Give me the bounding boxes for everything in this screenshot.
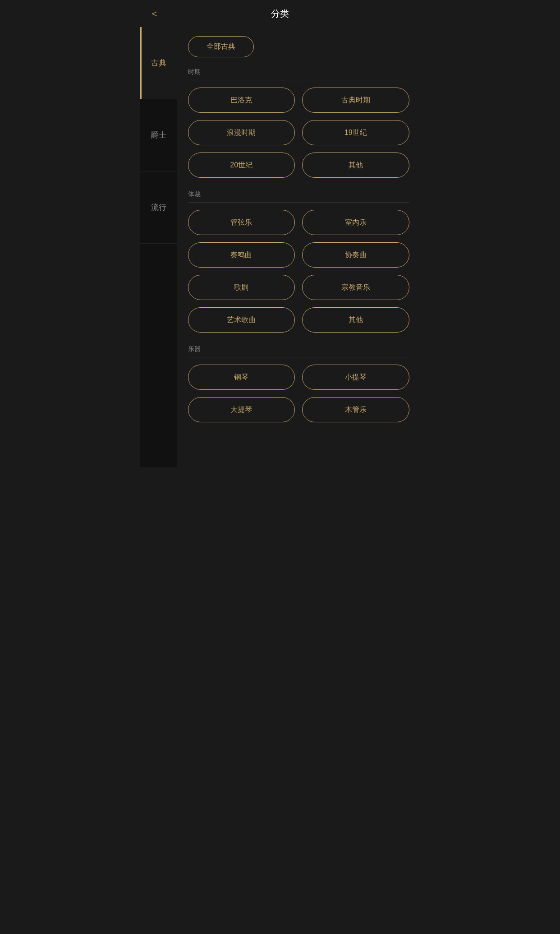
period-section-label: 时期 [188, 68, 409, 80]
tag-20th-century[interactable]: 20世纪 [188, 153, 295, 178]
all-button-row: 全部古典 [188, 36, 409, 57]
sidebar: 古典 爵士 流行 [140, 27, 177, 467]
genre-section-label: 体裁 [188, 190, 409, 203]
tag-woodwind[interactable]: 木管乐 [302, 397, 409, 422]
period-tags-grid: 巴洛克 古典时期 浪漫时期 19世纪 20世纪 其他 [188, 88, 409, 178]
sidebar-item-label: 古典 [151, 58, 166, 68]
all-classical-button[interactable]: 全部古典 [188, 36, 254, 57]
sidebar-item-label: 流行 [151, 202, 166, 213]
header: ＜ 分类 [140, 0, 420, 27]
tag-19th-century[interactable]: 19世纪 [302, 120, 409, 145]
tag-baroque[interactable]: 巴洛克 [188, 88, 295, 113]
sidebar-item-pop[interactable]: 流行 [140, 171, 177, 244]
instrument-tags-grid: 钢琴 小提琴 大提琴 木管乐 [188, 365, 409, 422]
tag-opera[interactable]: 歌剧 [188, 275, 295, 300]
instrument-section-label: 乐器 [188, 345, 409, 357]
sidebar-item-jazz[interactable]: 爵士 [140, 99, 177, 171]
tag-classical-period[interactable]: 古典时期 [302, 88, 409, 113]
tag-cello[interactable]: 大提琴 [188, 397, 295, 422]
content-area: 全部古典 时期 巴洛克 古典时期 浪漫时期 19世纪 20世纪 其他 体裁 管弦… [177, 27, 420, 467]
tag-piano[interactable]: 钢琴 [188, 365, 295, 390]
main-layout: 古典 爵士 流行 全部古典 时期 巴洛克 古典时期 浪漫时期 19世纪 20世纪… [140, 27, 420, 467]
tag-violin[interactable]: 小提琴 [302, 365, 409, 390]
period-section: 时期 巴洛克 古典时期 浪漫时期 19世纪 20世纪 其他 [188, 68, 409, 178]
genre-section: 体裁 管弦乐 室内乐 奏鸣曲 协奏曲 歌剧 宗教音乐 艺术歌曲 其他 [188, 190, 409, 333]
instrument-section: 乐器 钢琴 小提琴 大提琴 木管乐 [188, 345, 409, 422]
page-title: 分类 [271, 8, 289, 20]
tag-concerto[interactable]: 协奏曲 [302, 242, 409, 268]
tag-other-period[interactable]: 其他 [302, 153, 409, 178]
tag-orchestral[interactable]: 管弦乐 [188, 210, 295, 235]
tag-sacred[interactable]: 宗教音乐 [302, 275, 409, 300]
tag-sonata[interactable]: 奏鸣曲 [188, 242, 295, 268]
tag-art-song[interactable]: 艺术歌曲 [188, 307, 295, 333]
genre-tags-grid: 管弦乐 室内乐 奏鸣曲 协奏曲 歌剧 宗教音乐 艺术歌曲 其他 [188, 210, 409, 333]
tag-chamber[interactable]: 室内乐 [302, 210, 409, 235]
back-button[interactable]: ＜ [149, 7, 159, 20]
sidebar-item-classical[interactable]: 古典 [140, 27, 177, 99]
tag-romantic[interactable]: 浪漫时期 [188, 120, 295, 145]
sidebar-item-label: 爵士 [151, 130, 166, 140]
tag-other-genre[interactable]: 其他 [302, 307, 409, 333]
